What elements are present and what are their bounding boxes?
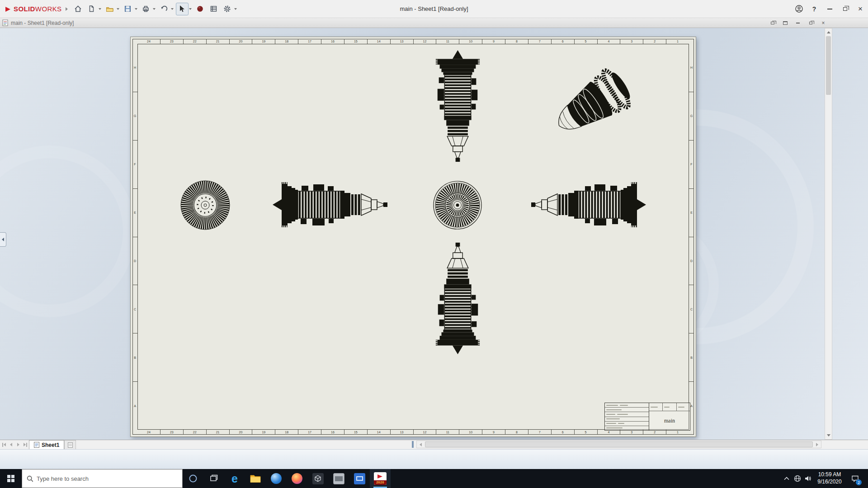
vertical-scrollbar[interactable]	[825, 28, 832, 440]
close-button[interactable]: ×	[853, 0, 868, 18]
scroll-up-button[interactable]	[825, 28, 832, 36]
zone-label: A	[132, 382, 137, 430]
account-button[interactable]	[791, 0, 807, 18]
volume-button[interactable]	[803, 469, 814, 488]
taskbar-app-gray-window[interactable]	[328, 469, 349, 488]
taskbar-clock[interactable]: 10:59 AM 9/16/2020	[814, 471, 845, 485]
add-sheet-button[interactable]	[64, 440, 76, 449]
zone-label: D	[132, 237, 137, 286]
arrow-up-icon	[827, 31, 830, 33]
taskbar-app-cube[interactable]	[307, 469, 328, 488]
undo-dropdown-caret[interactable]	[171, 8, 174, 10]
prev-sheet-button[interactable]	[7, 440, 14, 449]
start-button[interactable]	[0, 469, 22, 488]
search-icon	[27, 475, 33, 482]
select-tool-button[interactable]	[176, 3, 189, 15]
taskbar-app-colorful[interactable]	[287, 469, 307, 488]
network-button[interactable]	[792, 469, 803, 488]
new-document-button[interactable]	[85, 3, 98, 15]
action-center-button[interactable]: 2	[845, 469, 864, 488]
search-input[interactable]	[37, 475, 178, 482]
options-button[interactable]	[221, 3, 234, 15]
print-button[interactable]	[140, 3, 152, 15]
pane-splitter-handle[interactable]	[412, 441, 414, 448]
open-folder-icon	[106, 5, 114, 13]
open-button[interactable]	[104, 3, 116, 15]
minimize-button[interactable]	[822, 0, 837, 18]
first-sheet-button[interactable]	[0, 440, 7, 449]
task-view-button[interactable]	[203, 469, 224, 488]
restore-button[interactable]	[837, 0, 853, 18]
doc-restore-button[interactable]	[807, 19, 815, 26]
solidworks-logo-icon	[5, 5, 12, 13]
open-dropdown-caret[interactable]	[117, 8, 119, 10]
task-view-icon	[209, 474, 218, 483]
resources-button[interactable]	[194, 3, 207, 15]
save-dropdown-caret[interactable]	[135, 8, 137, 10]
cascade-windows-button[interactable]	[769, 19, 777, 26]
help-button[interactable]: ?	[807, 0, 822, 18]
tab-sheet1[interactable]: Sheet1	[29, 440, 64, 449]
next-sheet-button[interactable]	[14, 440, 22, 449]
title-block-cell	[663, 403, 676, 411]
scroll-left-button[interactable]	[417, 441, 425, 448]
end-bar-icon	[2, 443, 3, 447]
options-dropdown-caret[interactable]	[234, 8, 237, 10]
taskbar-search[interactable]	[22, 469, 183, 488]
cube-app-icon	[312, 473, 324, 484]
title-block-row	[605, 408, 649, 412]
drawing-sheet[interactable]: 242322212019181716151413121110987654321 …	[130, 37, 696, 437]
drawing-view-isometric[interactable]	[543, 63, 640, 138]
window-controls: ? ×	[791, 0, 868, 18]
doc-close-button[interactable]: ×	[819, 19, 827, 26]
faux-text	[606, 405, 618, 406]
taskbar-app-edge[interactable]: e	[224, 469, 245, 488]
zone-top: 242322212019181716151413121110987654321	[137, 39, 689, 44]
new-dropdown-caret[interactable]	[99, 8, 101, 10]
toolbar-expand-icon[interactable]	[66, 7, 68, 11]
zone-label: 21	[207, 39, 230, 44]
doc-minimize-button[interactable]	[794, 19, 802, 26]
zone-label: 13	[391, 430, 414, 435]
drawing-view-front[interactable]	[433, 180, 482, 230]
display-list-button[interactable]	[208, 3, 220, 15]
title-block-header-cells	[649, 403, 690, 411]
featuremanager-collapsed-tab[interactable]	[0, 232, 6, 247]
zone-label: 5	[575, 430, 598, 435]
zone-label: H	[689, 44, 694, 92]
drawing-view-fan-front[interactable]	[180, 180, 230, 230]
drawing-view-top[interactable]	[434, 47, 482, 166]
print-dropdown-caret[interactable]	[153, 8, 156, 10]
horizontal-scrollbar-thumb[interactable]	[425, 441, 813, 447]
title-block-row	[605, 403, 649, 408]
undo-button[interactable]	[158, 3, 170, 15]
taskbar-app-blue-globe[interactable]	[266, 469, 287, 488]
zone-label: 8	[505, 430, 528, 435]
undo-icon	[160, 5, 168, 13]
scroll-down-button[interactable]	[825, 432, 832, 439]
last-sheet-button[interactable]	[22, 440, 29, 449]
clock-date: 9/16/2020	[814, 479, 845, 486]
tile-windows-button[interactable]	[781, 19, 789, 26]
home-button[interactable]	[72, 3, 85, 15]
drawing-view-bottom[interactable]	[434, 239, 482, 357]
graphics-viewport[interactable]: 242322212019181716151413121110987654321 …	[0, 28, 868, 440]
app-titlebar: SOLIDWORKS main - Sheet1 [Read-only] ? ×	[0, 0, 868, 18]
taskbar-app-solidworks[interactable]: 2020	[370, 469, 391, 488]
network-globe-icon	[794, 475, 801, 482]
drawing-view-right-side[interactable]	[528, 180, 648, 230]
save-button[interactable]	[122, 3, 134, 15]
cortana-button[interactable]	[183, 469, 203, 488]
horizontal-scrollbar[interactable]	[416, 441, 821, 448]
scroll-right-button[interactable]	[813, 441, 821, 448]
taskbar-app-file-explorer[interactable]	[245, 469, 266, 488]
faux-text	[606, 427, 623, 428]
vertical-scrollbar-thumb[interactable]	[826, 36, 831, 95]
select-dropdown-caret[interactable]	[189, 8, 192, 10]
zone-label: 20	[230, 39, 253, 44]
vertical-scrollbar-track[interactable]	[825, 95, 832, 432]
taskbar-app-blue-window[interactable]	[349, 469, 370, 488]
tray-expand-button[interactable]	[781, 469, 792, 488]
drawing-view-left-side[interactable]	[271, 180, 390, 230]
faux-text	[651, 407, 658, 408]
